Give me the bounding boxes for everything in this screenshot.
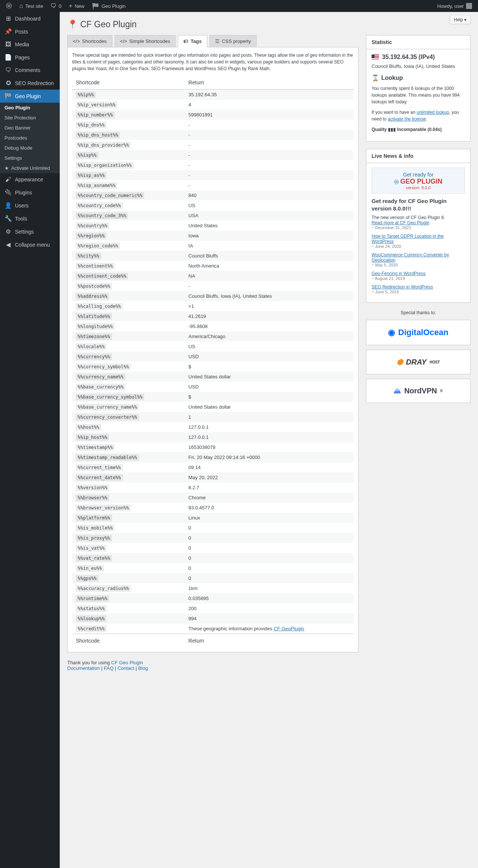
menu-seo[interactable]: ✪SEO Redirection — [0, 77, 60, 90]
avatar-icon — [466, 3, 472, 9]
return-cell: 0 — [185, 533, 354, 543]
table-row: %%browser%%Chrome — [72, 493, 354, 503]
table-row: %%lookup%%994 — [72, 613, 354, 624]
sponsor-digitalocean[interactable]: ◉DigitalOcean — [366, 320, 471, 345]
tab-shortcodes[interactable]: </>Shortcodes — [67, 35, 112, 47]
return-cell: - — [185, 281, 354, 291]
return-cell: USA — [185, 210, 354, 221]
return-cell: 840 — [185, 190, 354, 200]
return-cell: America/Chicago — [185, 331, 354, 341]
footer-contact-link[interactable]: Contact — [118, 665, 134, 671]
return-cell: NA — [185, 271, 354, 281]
tab-css[interactable]: ☲CSS property — [209, 35, 257, 47]
shortcode-cell: %%host%% — [72, 422, 185, 432]
menu-plugins[interactable]: 🔌Plugins — [0, 186, 60, 199]
menu-users[interactable]: 👤Users — [0, 199, 60, 212]
menu-collapse[interactable]: ◀Collapse menu — [0, 238, 60, 251]
return-cell: 1653038078 — [185, 442, 354, 452]
credit-link[interactable]: CF GeoPlugin — [274, 626, 304, 631]
submenu-settings[interactable]: Settings — [0, 153, 60, 163]
menu-geo[interactable]: 🏁Geo Plugin — [0, 90, 60, 103]
comment-icon: 🗨 — [4, 67, 12, 74]
shortcode-cell: %%is_proxy%% — [72, 533, 185, 543]
return-cell: United States dollar — [185, 372, 354, 382]
news-date: ~ June 24, 2020 — [372, 244, 465, 249]
shortcode-cell: %%currency_symbol%% — [72, 362, 185, 372]
submenu-geo-banner[interactable]: Geo Banner — [0, 123, 60, 133]
news-link[interactable]: SEO Redirection in WordPress — [372, 284, 433, 290]
new-link[interactable]: +New — [66, 0, 87, 12]
menu-tools[interactable]: 🔧Tools — [0, 212, 60, 225]
menu-posts[interactable]: 📌Posts — [0, 25, 60, 38]
shortcode-cell: %%locale%% — [72, 341, 185, 352]
tab-tags[interactable]: 🏷Tags — [178, 35, 207, 47]
table-row: %%current_time%%09:14 — [72, 462, 354, 472]
shortcode-cell: %%region%% — [72, 231, 185, 241]
user-menu[interactable]: Howdy, user — [434, 0, 475, 12]
return-cell: +1 — [185, 301, 354, 311]
shortcode-cell: %%runtime%% — [72, 593, 185, 603]
shortcode-cell: %%status%% — [72, 603, 185, 613]
menu-appearance[interactable]: 🖌Appearance — [0, 173, 60, 186]
menu-comments[interactable]: 🗨Comments — [0, 64, 60, 77]
lookup-heading: ⌛Lookup — [372, 74, 465, 81]
menu-dashboard[interactable]: ⊞Dashboard — [0, 12, 60, 25]
activate-link[interactable]: activate the license — [388, 116, 426, 122]
return-cell: 0 — [185, 563, 354, 573]
comments-link[interactable]: 🗨0 — [47, 0, 64, 12]
submenu-activate[interactable]: ★Activate Unlimited — [0, 163, 60, 173]
table-row: %%gps%%0 — [72, 573, 354, 583]
table-row: %%timestamp_readable%%Fri, 20 May 2022 0… — [72, 452, 354, 462]
tags-table: ShortcodeReturn %%ip%%35.192.64.35%%ip_v… — [72, 76, 354, 647]
news-item: How to Target GDPR Location in the WordP… — [372, 234, 465, 249]
new-label: New — [75, 3, 84, 9]
submenu-site-protection[interactable]: Site Protection — [0, 113, 60, 123]
menu-media[interactable]: 🖼Media — [0, 38, 60, 51]
shortcode-cell: %%ip_number%% — [72, 110, 185, 120]
unlimited-link[interactable]: unlimited lookup — [417, 110, 449, 115]
table-row: %%runtime%%0.035895 — [72, 593, 354, 603]
news-link[interactable]: Geo-Fencing in WordPress — [372, 271, 426, 276]
news-lead: The new version of CF Geo Plugin 8. — [372, 215, 465, 220]
footer-blog-link[interactable]: Blog — [138, 665, 148, 671]
news-date: ~ August 21, 2019 — [372, 276, 465, 281]
footer-faq-link[interactable]: FAQ — [104, 665, 114, 671]
footer-doc-link[interactable]: Documentation — [67, 665, 100, 671]
shortcode-cell: %%is_vat%% — [72, 543, 185, 553]
return-cell: 09:14 — [185, 462, 354, 472]
table-row: %%latitude%%41.2619 — [72, 311, 354, 321]
sponsor-nordvpn[interactable]: ⛰NordVPN® — [366, 379, 471, 403]
return-cell: These geographic information provides CF… — [185, 624, 354, 634]
submenu-debug[interactable]: Debug Mode — [0, 143, 60, 153]
help-button[interactable]: Help ▾ — [450, 16, 471, 24]
geo-plugin-link[interactable]: 🏁Geo Plugin — [89, 0, 128, 12]
site-link[interactable]: ⌂Test site — [16, 0, 46, 12]
dashboard-icon: ⊞ — [4, 15, 12, 22]
geo-label: Geo Plugin — [102, 3, 125, 9]
news-readmore-link[interactable]: Read more at CF Geo Plugin — [372, 220, 429, 225]
wp-logo[interactable]: ⓦ — [3, 0, 15, 12]
news-heading: Live News & info — [366, 149, 470, 163]
news-link[interactable]: WooCommerce Currency Converter by Geoloc… — [372, 252, 449, 263]
news-link[interactable]: How to Target GDPR Location in the WordP… — [372, 234, 444, 244]
return-cell: United States dollar — [185, 402, 354, 412]
news-item: SEO Redirection in WordPress~ June 5, 20… — [372, 284, 465, 294]
menu-settings[interactable]: ⚙Settings — [0, 225, 60, 238]
sponsor-drayhost[interactable]: ⬢DRAYHOST — [366, 350, 471, 374]
table-row: %%ip_dns%%- — [72, 120, 354, 130]
footer-plugin-link[interactable]: CF Geo Plugin — [111, 660, 143, 665]
table-row: %%locale%%US — [72, 341, 354, 352]
return-cell: - — [185, 180, 354, 190]
return-cell: - — [185, 160, 354, 170]
shortcode-cell: %%ip_dns_host%% — [72, 130, 185, 140]
return-cell: 35.192.64.35 — [185, 90, 354, 100]
return-cell: - — [185, 120, 354, 130]
table-row: %%ip_version%%4 — [72, 100, 354, 110]
shortcode-cell: %%country%% — [72, 221, 185, 231]
tab-simple-shortcodes[interactable]: </>Simple Shortcodes — [115, 35, 176, 47]
submenu-postcodes[interactable]: Postcodes — [0, 133, 60, 143]
menu-pages[interactable]: 📄Pages — [0, 51, 60, 64]
submenu-geo-plugin[interactable]: Geo Plugin — [0, 103, 60, 113]
table-row: %%current_date%%May 20, 2022 — [72, 472, 354, 483]
shortcode-cell: %%platform%% — [72, 513, 185, 523]
